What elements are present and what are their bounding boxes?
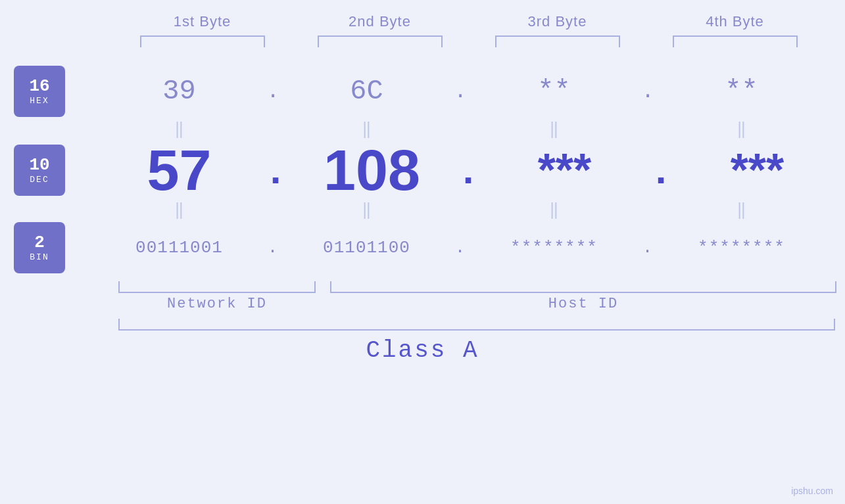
bin-dot-3: . bbox=[642, 238, 654, 258]
dec-dot-1: . bbox=[270, 148, 281, 192]
col-header-3: 3rd Byte bbox=[469, 13, 646, 30]
hex-val-4: ** bbox=[725, 76, 758, 107]
dec-badge-label: DEC bbox=[30, 175, 49, 185]
hex-dot-2: . bbox=[454, 80, 466, 104]
hex-values: 39 . 6C . ** . ** bbox=[92, 76, 845, 107]
hex-badge-number: 16 bbox=[29, 77, 49, 96]
dec-badge: 10 DEC bbox=[14, 145, 65, 196]
dec-values: 57 . 108 . *** . *** bbox=[92, 141, 845, 199]
bin-val-4: ******** bbox=[698, 238, 785, 258]
bin-badge: 2 BIN bbox=[14, 222, 65, 273]
bottom-brackets bbox=[118, 281, 845, 293]
dec-row: 10 DEC 57 . 108 . *** . *** bbox=[0, 141, 845, 199]
top-bracket-2 bbox=[318, 35, 443, 47]
bin-badge-number: 2 bbox=[34, 233, 45, 252]
dec-val-3: *** bbox=[538, 145, 592, 196]
class-bracket-container bbox=[118, 319, 845, 331]
watermark: ipshu.com bbox=[791, 486, 833, 496]
eq2-3: ‖ bbox=[549, 202, 558, 219]
hex-badge-label: HEX bbox=[30, 96, 49, 106]
bin-val-2: 01101100 bbox=[323, 238, 410, 258]
bin-val-1: 00111001 bbox=[135, 238, 223, 258]
hex-dot-1: . bbox=[266, 80, 279, 104]
host-id-label: Host ID bbox=[330, 296, 836, 312]
eq-3: ‖ bbox=[549, 121, 558, 139]
eq2-1: ‖ bbox=[174, 202, 183, 219]
equals-row-1: ‖ ‖ ‖ ‖ bbox=[92, 120, 845, 139]
bin-val-3: ******** bbox=[510, 238, 598, 258]
dec-val-1: 57 bbox=[147, 137, 212, 202]
eq-4: ‖ bbox=[736, 121, 746, 139]
class-bracket bbox=[118, 319, 835, 331]
bin-dot-2: . bbox=[455, 238, 466, 258]
bin-values: 00111001 . 01101100 . ******** . *******… bbox=[92, 238, 845, 258]
dec-dot-3: . bbox=[656, 148, 667, 192]
id-labels: Network ID Host ID bbox=[118, 296, 845, 312]
network-bracket bbox=[118, 281, 316, 293]
dec-badge-number: 10 bbox=[29, 156, 49, 175]
bin-badge-label: BIN bbox=[30, 252, 49, 262]
equals-row-2: ‖ ‖ ‖ ‖ bbox=[92, 200, 845, 219]
column-headers: 1st Byte 2nd Byte 3rd Byte 4th Byte bbox=[92, 13, 845, 30]
hex-val-1: 39 bbox=[162, 76, 195, 107]
top-brackets bbox=[92, 35, 845, 47]
bin-dot-1: . bbox=[268, 238, 279, 258]
hex-dot-3: . bbox=[641, 80, 654, 104]
hex-row: 16 HEX 39 . 6C . ** . ** bbox=[0, 66, 845, 117]
eq2-4: ‖ bbox=[736, 202, 746, 219]
top-bracket-4 bbox=[673, 35, 798, 47]
dec-val-2: 108 bbox=[324, 137, 420, 202]
col-header-2: 2nd Byte bbox=[291, 13, 469, 30]
dec-val-4: *** bbox=[731, 145, 785, 196]
hex-val-2: 6C bbox=[350, 76, 383, 107]
class-label: Class A bbox=[0, 337, 845, 364]
top-bracket-1 bbox=[140, 35, 265, 47]
network-id-label: Network ID bbox=[118, 296, 316, 312]
col-header-1: 1st Byte bbox=[114, 13, 291, 30]
hex-badge: 16 HEX bbox=[14, 66, 65, 117]
eq-1: ‖ bbox=[174, 121, 183, 139]
col-header-4: 4th Byte bbox=[646, 13, 824, 30]
top-bracket-3 bbox=[495, 35, 620, 47]
dec-dot-2: . bbox=[463, 148, 474, 192]
eq2-2: ‖ bbox=[362, 202, 371, 219]
bin-row: 2 BIN 00111001 . 01101100 . ******** . *… bbox=[0, 222, 845, 273]
eq-2: ‖ bbox=[362, 121, 371, 139]
main-container: 1st Byte 2nd Byte 3rd Byte 4th Byte 16 H… bbox=[0, 0, 845, 504]
hex-val-3: ** bbox=[537, 76, 570, 107]
host-bracket bbox=[330, 281, 836, 293]
